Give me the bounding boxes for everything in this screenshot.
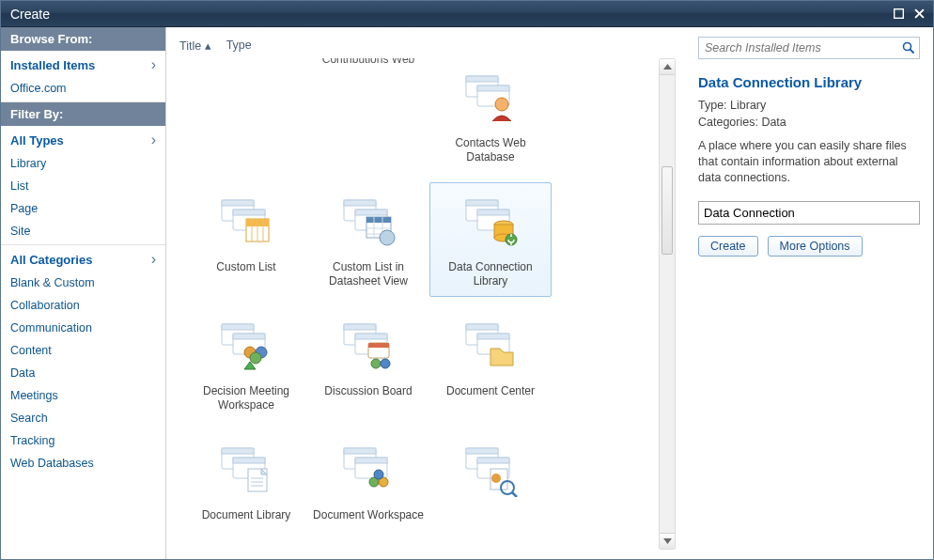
detail-cat-line: Categories: Data [698,115,920,132]
detail-title: Data Connection Library [698,74,920,90]
sidebar-type-page[interactable]: Page [1,197,165,220]
close-button[interactable] [911,7,927,22]
detail-panel: Data Connection Library Type: Library Ca… [689,27,933,559]
cutoff-row: Contributions Web [307,58,429,173]
tile-doccenter[interactable]: Document Center [429,306,552,421]
doccenter-icon [453,313,528,381]
svg-rect-0 [894,9,903,19]
titlebar: Create [1,1,933,27]
tile-label: Contacts Web Database [432,136,549,164]
sidebar-type-library[interactable]: Library [1,152,165,175]
tile-extra1[interactable] [429,430,552,531]
sidebar-type-list[interactable]: List [1,175,165,197]
sidebar-all-types[interactable]: All Types [1,128,165,152]
svg-line-2 [911,50,914,54]
detail-type-line: Type: Library [698,98,920,115]
tile-datasheet[interactable]: Custom List in Datasheet View [307,182,429,297]
tile-label: Custom List in Datasheet View [310,260,427,288]
sidebar-cat-communication[interactable]: Communication [1,317,165,339]
sidebar-item-installed-items[interactable]: Installed Items [1,53,165,77]
sidebar-cat-content[interactable]: Content [1,339,165,362]
grid-wrap: Contributions Web Contacts Web DatabaseC… [176,58,685,552]
more-options-button[interactable]: More Options [768,236,863,257]
sidebar-item-office-com[interactable]: Office.com [1,77,165,100]
types-group: All Types Library List Page Site [1,126,165,245]
sidebar-all-categories[interactable]: All Categories [1,247,165,272]
sidebar-cat-web-databases[interactable]: Web Databases [1,452,165,474]
detail-meta: Type: Library Categories: Data [698,98,920,131]
tile-grid: Contributions Web Contacts Web DatabaseC… [176,58,685,552]
sort-by-type[interactable]: Type [226,39,252,53]
sidebar-cat-meetings[interactable]: Meetings [1,384,165,407]
sidebar-cat-tracking[interactable]: Tracking [1,429,165,452]
browse-from-header: Browse From: [1,27,165,51]
decision-icon [209,313,284,381]
detail-description: A place where you can easily share files… [698,138,920,186]
tile-doclib[interactable]: Document Library [185,430,307,531]
sidebar: Browse From: Installed Items Office.com … [1,27,166,559]
contacts-icon [453,65,528,132]
search-box[interactable] [698,37,920,59]
categories-group: All Categories Blank & Custom Collaborat… [1,245,165,476]
svg-point-1 [904,43,911,51]
tile-dataconn[interactable]: Data Connection Library [429,182,552,297]
search-icon[interactable] [902,41,915,54]
main-panel: Title ▴ Type Contributions Web Contacts … [166,27,689,559]
discussion-icon [331,313,406,381]
tile-docws[interactable]: Document Workspace [307,430,429,531]
scroll-up-button[interactable] [660,59,675,75]
sidebar-cat-collaboration[interactable]: Collaboration [1,294,165,317]
sidebar-cat-search[interactable]: Search [1,407,165,429]
maximize-button[interactable] [890,7,907,22]
browse-group: Installed Items Office.com [1,51,165,102]
extra1-icon [453,437,528,505]
datasheet-icon [331,189,406,257]
sort-row: Title ▴ Type [176,35,685,58]
docws-icon [331,437,406,505]
tile-label: Custom List [216,260,275,274]
extra3-icon [331,547,406,552]
doclib-icon [209,437,284,505]
sidebar-type-site[interactable]: Site [1,220,165,242]
tile-contacts[interactable]: Contacts Web Database [429,58,552,173]
tile-label: Decision Meeting Workspace [188,384,304,412]
extra2-icon [209,547,284,552]
tile-discussion[interactable]: Discussion Board [307,306,429,421]
scrollbar[interactable] [659,58,676,550]
search-input[interactable] [705,41,902,54]
sidebar-cat-blank-custom[interactable]: Blank & Custom [1,272,165,294]
sort-by-title[interactable]: Title ▴ [179,39,211,53]
window-title: Create [10,7,886,22]
tile-label: Discussion Board [324,384,412,398]
sidebar-cat-data[interactable]: Data [1,362,165,384]
tile-label: Document Library [202,508,291,522]
create-button[interactable]: Create [698,236,758,257]
scrollbar-thumb[interactable] [662,166,673,255]
tile-extra3[interactable] [307,540,429,552]
scroll-down-button[interactable] [660,533,675,549]
tile-list[interactable]: Custom List [185,182,307,297]
tile-label: Document Workspace [313,508,424,522]
tile-label: Data Connection Library [432,260,549,288]
content-area: Browse From: Installed Items Office.com … [1,27,933,559]
tile-decision[interactable]: Decision Meeting Workspace [185,306,307,421]
dataconn-icon [453,189,528,257]
tile-label: Document Center [446,384,535,398]
tile-extra2[interactable] [185,540,307,552]
name-input[interactable] [698,201,920,225]
detail-buttons: Create More Options [698,236,920,257]
list-icon [209,189,284,257]
filter-by-header: Filter By: [1,102,165,126]
